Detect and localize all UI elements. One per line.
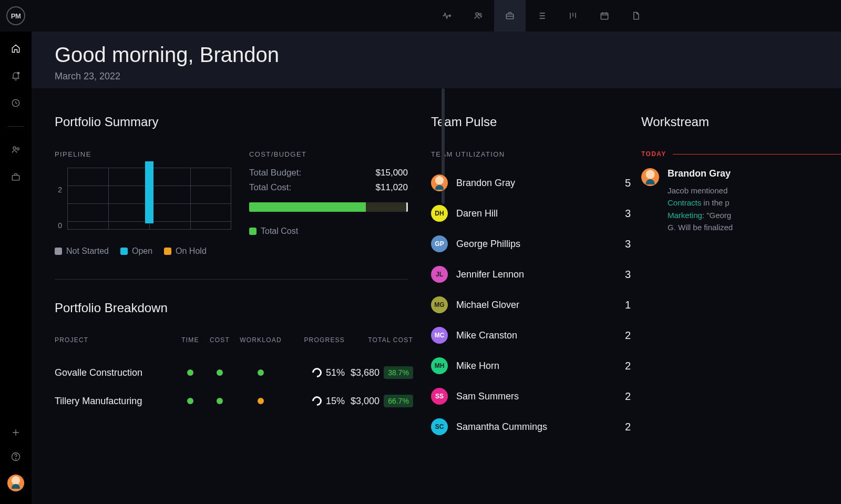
briefcase-icon[interactable] bbox=[9, 171, 22, 183]
portfolio-breakdown-title: Portfolio Breakdown bbox=[55, 301, 408, 315]
user-avatar-icon[interactable] bbox=[7, 475, 24, 491]
team-row[interactable]: JLJennifer Lennon3 bbox=[431, 259, 631, 290]
progress-ring-icon bbox=[310, 394, 323, 407]
team-row[interactable]: MHMike Horn2 bbox=[431, 351, 631, 381]
bell-icon[interactable] bbox=[9, 69, 22, 82]
team-avatar-icon: SS bbox=[431, 388, 448, 405]
total-budget-label: Total Budget: bbox=[249, 168, 301, 178]
table-row[interactable]: Tillery Manufacturing15%$3,00066.7% bbox=[55, 387, 408, 415]
total-cost-value: $11,020 bbox=[376, 182, 408, 193]
team-count: 3 bbox=[616, 238, 631, 250]
team-member-name: Mike Horn bbox=[456, 361, 608, 372]
legend-not-started: Not Started bbox=[55, 246, 109, 256]
svg-point-0 bbox=[449, 15, 450, 17]
team-member-name: Samantha Cummings bbox=[456, 421, 608, 433]
progress-ring-icon bbox=[310, 366, 323, 379]
cost-budget-label: COST/BUDGET bbox=[249, 150, 408, 158]
workstream-body: Brandon Gray Jacob mentioned Contracts i… bbox=[668, 168, 841, 233]
team-member-name: Daren Hill bbox=[456, 208, 608, 219]
people-icon[interactable] bbox=[9, 143, 22, 156]
workstream-text: Jacob mentioned Contracts in the p Marke… bbox=[668, 184, 841, 233]
budget-progress-fill bbox=[249, 202, 366, 212]
svg-rect-9 bbox=[12, 176, 19, 180]
legend-on-hold: On Hold bbox=[164, 246, 207, 256]
briefcase-nav-icon[interactable] bbox=[494, 0, 526, 32]
top-nav bbox=[431, 0, 652, 32]
pulse-icon[interactable] bbox=[431, 0, 463, 32]
svg-point-5 bbox=[17, 72, 19, 74]
col-total: TOTAL COST bbox=[345, 336, 413, 344]
today-line bbox=[673, 154, 841, 155]
svg-point-8 bbox=[17, 148, 19, 150]
team-member-name: Jennifer Lennon bbox=[456, 269, 608, 280]
team-row[interactable]: DHDaren Hill3 bbox=[431, 198, 631, 229]
team-row[interactable]: Brandon Gray5 bbox=[431, 168, 631, 198]
team-row[interactable]: MGMichael Glover1 bbox=[431, 290, 631, 320]
file-icon[interactable] bbox=[620, 0, 652, 32]
team-member-name: George Phillips bbox=[456, 239, 608, 250]
team-count: 2 bbox=[616, 360, 631, 372]
team-count: 2 bbox=[616, 330, 631, 342]
team-row[interactable]: MCMike Cranston2 bbox=[431, 320, 631, 351]
total-budget-value: $15,000 bbox=[376, 168, 408, 178]
workstream-column: Workstream TODAY Brandon Gray Jacob ment… bbox=[631, 88, 841, 504]
table-row[interactable]: Govalle Construction51%$3,68038.7% bbox=[55, 358, 408, 387]
logo-text: PM bbox=[6, 6, 25, 25]
workload-dot bbox=[234, 369, 287, 376]
breakdown-header: PROJECT TIME COST WORKLOAD PROGRESS TOTA… bbox=[55, 336, 408, 344]
pct-badge: 38.7% bbox=[384, 366, 413, 379]
project-name: Tillery Manufacturing bbox=[55, 396, 176, 407]
team-avatar-icon: DH bbox=[431, 205, 448, 222]
main-content: Portfolio Summary PIPELINE 20 bbox=[32, 88, 841, 504]
clock-icon[interactable] bbox=[9, 97, 22, 109]
team-rows: Brandon Gray5DHDaren Hill3GPGeorge Phill… bbox=[431, 168, 631, 442]
team-count: 3 bbox=[616, 208, 631, 220]
total-cost-cell: $3,68038.7% bbox=[345, 366, 413, 379]
plus-icon[interactable] bbox=[9, 426, 22, 439]
team-count: 2 bbox=[616, 390, 631, 403]
mention-marketing[interactable]: Marketing bbox=[668, 211, 702, 220]
pipeline-legend: Not Started Open On Hold bbox=[55, 246, 233, 256]
sidebar-divider bbox=[8, 126, 24, 127]
help-icon[interactable] bbox=[9, 450, 22, 463]
svg-point-7 bbox=[13, 147, 16, 149]
pipeline-label: PIPELINE bbox=[55, 150, 233, 158]
workstream-item[interactable]: Brandon Gray Jacob mentioned Contracts i… bbox=[641, 168, 841, 233]
calendar-icon[interactable] bbox=[589, 0, 620, 32]
cost-dot bbox=[205, 369, 234, 376]
team-row[interactable]: GPGeorge Phillips3 bbox=[431, 229, 631, 259]
budget-panel: COST/BUDGET Total Budget:$15,000 Total C… bbox=[249, 150, 408, 256]
team-icon[interactable] bbox=[463, 0, 494, 32]
team-row[interactable]: SSSam Summers2 bbox=[431, 381, 631, 412]
svg-rect-4 bbox=[601, 13, 608, 19]
budget-legend: Total Cost bbox=[249, 227, 408, 236]
time-dot bbox=[176, 398, 205, 404]
team-avatar-icon: SC bbox=[431, 418, 448, 435]
svg-point-1 bbox=[476, 13, 478, 15]
team-pulse-title: Team Pulse bbox=[431, 115, 631, 129]
mention-contracts[interactable]: Contracts bbox=[668, 198, 701, 207]
team-member-name: Brandon Gray bbox=[456, 178, 608, 189]
team-member-name: Mike Cranston bbox=[456, 330, 608, 341]
svg-point-2 bbox=[479, 13, 481, 15]
workstream-title: Workstream bbox=[641, 115, 841, 129]
board-icon[interactable] bbox=[557, 0, 589, 32]
team-utilization-label: TEAM UTILIZATION bbox=[431, 150, 631, 158]
team-row[interactable]: SCSamantha Cummings2 bbox=[431, 412, 631, 442]
pipeline-panel: PIPELINE 20 bbox=[55, 150, 233, 256]
pipeline-chart: 20 bbox=[55, 168, 233, 236]
home-icon[interactable] bbox=[9, 42, 22, 55]
budget-progress-end bbox=[406, 202, 408, 212]
col-time: TIME bbox=[176, 336, 205, 344]
progress-cell: 51% bbox=[287, 367, 345, 378]
list-icon[interactable] bbox=[526, 0, 557, 32]
team-pulse-column: Team Pulse TEAM UTILIZATION Brandon Gray… bbox=[431, 88, 631, 504]
team-count: 2 bbox=[616, 421, 631, 433]
portfolio-summary-title: Portfolio Summary bbox=[55, 115, 408, 129]
progress-cell: 15% bbox=[287, 396, 345, 407]
col-cost: COST bbox=[205, 336, 234, 344]
breakdown-rows: Govalle Construction51%$3,68038.7%Tiller… bbox=[55, 358, 408, 415]
app-logo[interactable]: PM bbox=[0, 0, 32, 32]
header-date: March 23, 2022 bbox=[55, 71, 841, 82]
legend-open: Open bbox=[120, 246, 152, 256]
